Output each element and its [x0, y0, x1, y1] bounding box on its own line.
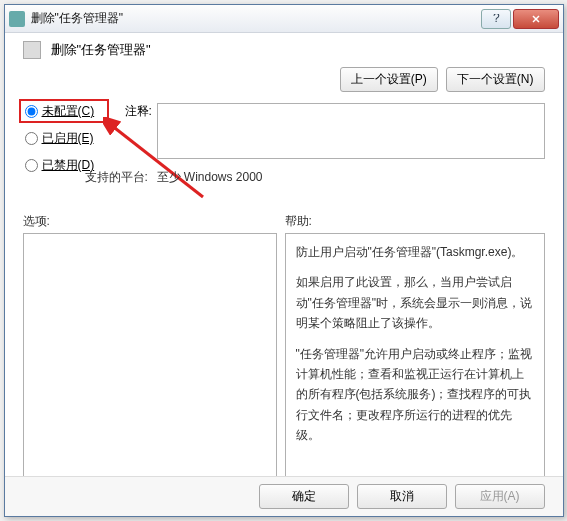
radio-enabled-label: 已启用(E) [42, 130, 94, 147]
window-title: 删除"任务管理器" [31, 10, 479, 27]
help-label: 帮助: [285, 213, 312, 230]
close-button[interactable] [513, 9, 559, 29]
prev-setting-button[interactable]: 上一个设置(P) [340, 67, 438, 92]
comment-label: 注释: [125, 103, 152, 120]
app-icon [9, 11, 25, 27]
radio-not-configured-label: 未配置(C) [42, 103, 95, 120]
radio-disabled-input[interactable] [25, 159, 38, 172]
content-area: 删除"任务管理器" 上一个设置(P) 下一个设置(N) 未配置(C) 已启用(E… [5, 33, 563, 516]
ok-button[interactable]: 确定 [259, 484, 349, 509]
prev-label: 上一个设置(P) [351, 72, 427, 86]
help-p1: 防止用户启动"任务管理器"(Taskmgr.exe)。 [296, 242, 534, 262]
header-row: 删除"任务管理器" [5, 33, 563, 67]
nav-buttons: 上一个设置(P) 下一个设置(N) [340, 67, 545, 92]
radio-enabled-input[interactable] [25, 132, 38, 145]
help-panel: 防止用户启动"任务管理器"(Taskmgr.exe)。 如果启用了此设置，那么，… [285, 233, 545, 491]
bottom-bar: 确定 取消 应用(A) [5, 476, 563, 516]
apply-label: 应用(A) [480, 489, 520, 503]
titlebar: 删除"任务管理器" ? [5, 5, 563, 33]
help-p3: "任务管理器"允许用户启动或终止程序；监视计算机性能；查看和监视正运行在计算机上… [296, 344, 534, 446]
ok-label: 确定 [292, 489, 316, 503]
window-controls: ? [479, 9, 559, 29]
cancel-label: 取消 [390, 489, 414, 503]
apply-button[interactable]: 应用(A) [455, 484, 545, 509]
radio-not-configured-input[interactable] [25, 105, 38, 118]
cancel-button[interactable]: 取消 [357, 484, 447, 509]
comment-textarea[interactable] [157, 103, 545, 159]
page-title: 删除"任务管理器" [51, 41, 151, 59]
next-setting-button[interactable]: 下一个设置(N) [446, 67, 545, 92]
dialog-window: 删除"任务管理器" ? 删除"任务管理器" 上一个设置(P) 下一个设置(N) … [4, 4, 564, 517]
next-label: 下一个设置(N) [457, 72, 534, 86]
radio-not-configured[interactable]: 未配置(C) [25, 103, 95, 120]
supported-value: 至少 Windows 2000 [157, 169, 263, 186]
svg-text:?: ? [493, 14, 500, 24]
radio-enabled[interactable]: 已启用(E) [25, 130, 95, 147]
options-label: 选项: [23, 213, 50, 230]
supported-label: 支持的平台: [85, 169, 148, 186]
options-panel [23, 233, 277, 491]
page-icon [23, 41, 41, 59]
help-button[interactable]: ? [481, 9, 511, 29]
help-p2: 如果启用了此设置，那么，当用户尝试启动"任务管理器"时，系统会显示一则消息，说明… [296, 272, 534, 333]
